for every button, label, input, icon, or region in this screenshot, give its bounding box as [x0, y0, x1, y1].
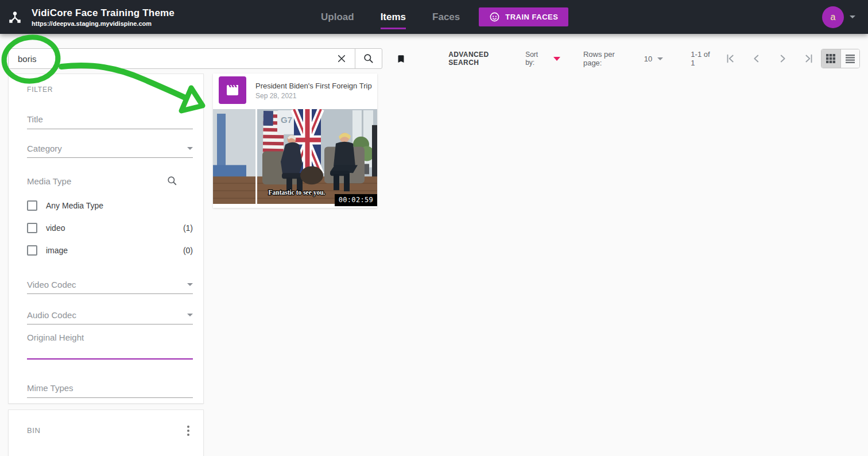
app-window: VidiCore Face Training Theme https://dee… [0, 0, 868, 456]
grid-view-icon [826, 53, 836, 64]
filter-mime-types-field[interactable]: Mime Types [27, 383, 193, 398]
close-icon [336, 53, 347, 64]
previous-page-button[interactable] [750, 52, 764, 65]
next-page-button[interactable] [776, 52, 789, 65]
subtitle-caption: Fantastic to see you. [269, 189, 326, 196]
last-page-button[interactable] [801, 52, 815, 65]
filter-heading: FILTER [27, 86, 193, 94]
bin-panel: BIN [8, 409, 204, 456]
movie-icon [226, 83, 239, 97]
result-date: Sep 28, 2021 [255, 92, 372, 100]
category-caret-icon [187, 147, 193, 150]
original-height-focus-underline [27, 358, 193, 360]
app-header: VidiCore Face Training Theme https://dee… [0, 0, 868, 34]
clear-search-button[interactable] [328, 49, 355, 68]
image-checkbox[interactable] [27, 245, 37, 256]
filter-original-height-field[interactable]: Original Height [27, 333, 193, 360]
filter-category-select[interactable]: Category [27, 144, 193, 158]
checkbox-count: (1) [183, 223, 193, 233]
first-page-button[interactable] [724, 52, 738, 65]
bookmark-icon [396, 53, 406, 65]
rows-caret-icon [657, 57, 663, 60]
audio-codec-placeholder: Audio Codec [27, 310, 76, 320]
duration-badge: 00:02:59 [335, 194, 377, 206]
checkbox-row-video: video (1) [27, 223, 193, 233]
nav-item-upload[interactable]: Upload [321, 0, 354, 34]
filter-category-placeholder: Category [27, 144, 62, 153]
result-card-header: President Biden's First Foreign Trip Sep… [213, 74, 377, 109]
avatar[interactable]: a [822, 6, 844, 28]
audio-codec-caret-icon [187, 314, 193, 316]
search-input[interactable] [9, 49, 328, 68]
checkbox-count: (0) [183, 246, 193, 255]
chevron-right-icon [776, 52, 789, 65]
nav-label: Upload [321, 11, 354, 23]
app-url: https://deepva.staging.myvidispine.com [32, 20, 175, 27]
result-card[interactable]: President Biden's First Foreign Trip Sep… [213, 74, 377, 208]
media-type-search-icon[interactable] [166, 175, 178, 187]
search-icon [363, 53, 374, 64]
mime-types-placeholder: Mime Types [27, 383, 73, 393]
app-logo-hub-icon [7, 10, 22, 25]
train-faces-label: TRAIN FACES [505, 13, 558, 21]
search-box [8, 48, 382, 69]
video-item-icon-tile [219, 76, 246, 104]
rows-per-page-select[interactable]: 10 [644, 55, 663, 63]
train-faces-button[interactable]: TRAIN FACES [479, 7, 568, 26]
chevron-left-icon [750, 52, 763, 65]
checkbox-row-image: image (0) [27, 245, 193, 256]
result-range-label: 1-1 of 1 [691, 50, 715, 67]
result-thumbnail[interactable]: G7 [213, 109, 377, 204]
filter-panel: FILTER Title Category Media Type Any Med… [8, 74, 204, 404]
search-toolbar: ADVANCED SEARCH Sort by: Rows per page: … [8, 48, 860, 69]
thumbnail-scene: G7 [213, 109, 377, 204]
nav-label: Faces [432, 11, 460, 23]
list-view-button[interactable] [840, 49, 859, 68]
bin-heading: BIN [27, 426, 40, 435]
sort-by-label: Sort by: [525, 51, 547, 67]
advanced-search-link[interactable]: ADVANCED SEARCH [448, 51, 517, 67]
kebab-dot [187, 434, 189, 436]
checkbox-row-any-media-type: Any Media Type [27, 200, 193, 211]
filter-video-codec-select[interactable]: Video Codec [27, 280, 193, 294]
filter-audio-codec-select[interactable]: Audio Codec [27, 310, 193, 324]
kebab-dot [187, 426, 189, 428]
media-type-label: Media Type [27, 176, 71, 186]
filter-title-placeholder: Title [27, 114, 43, 124]
video-codec-caret-icon [187, 283, 193, 286]
original-height-placeholder: Original Height [27, 333, 84, 342]
sort-by-dropdown[interactable]: Sort by: [525, 51, 560, 67]
result-meta: President Biden's First Foreign Trip Sep… [255, 82, 372, 100]
account-menu-caret-icon[interactable] [850, 16, 855, 18]
list-view-icon [845, 53, 855, 64]
rows-per-page-value: 10 [644, 55, 652, 63]
face-icon [489, 11, 500, 22]
kebab-dot [187, 430, 189, 432]
pagination [724, 52, 815, 65]
rows-per-page-label: Rows per page: [583, 50, 633, 67]
app-title: VidiCore Face Training Theme [32, 7, 175, 19]
last-page-icon [802, 52, 815, 65]
checkbox-label: Any Media Type [46, 201, 103, 210]
checkbox-label: video [46, 223, 65, 233]
nav-item-faces[interactable]: Faces [432, 0, 460, 34]
search-button[interactable] [355, 49, 382, 68]
sort-caret-icon [553, 57, 560, 61]
any-media-type-checkbox[interactable] [27, 200, 37, 211]
filter-media-type-header: Media Type [27, 175, 193, 187]
nav-item-items[interactable]: Items [381, 0, 406, 34]
nav-label: Items [381, 11, 406, 23]
result-title: President Biden's First Foreign Trip [255, 82, 372, 90]
account-area: a [822, 6, 855, 28]
grid-view-button[interactable] [822, 49, 840, 68]
view-toggle [821, 49, 860, 68]
filter-title-field[interactable]: Title [27, 114, 193, 129]
main-nav: Upload Items Faces [321, 0, 460, 34]
bin-menu-button[interactable] [181, 423, 195, 439]
save-search-button[interactable] [396, 53, 406, 65]
video-codec-placeholder: Video Codec [27, 280, 76, 289]
first-page-icon [724, 52, 737, 65]
video-checkbox[interactable] [27, 223, 37, 233]
brand-block: VidiCore Face Training Theme https://dee… [32, 7, 175, 27]
g7-sign-text: G7 [281, 115, 292, 125]
